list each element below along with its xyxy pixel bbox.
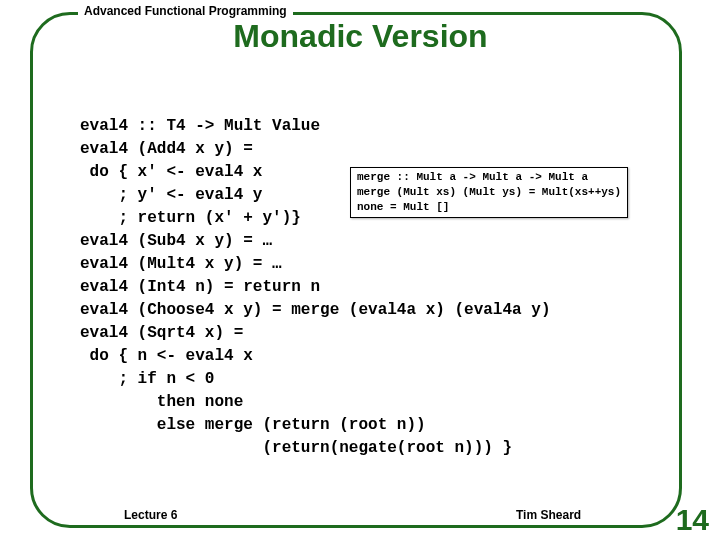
author-label: Tim Sheard [510,508,587,522]
slide-title: Monadic Version [0,18,721,55]
lecture-label: Lecture 6 [118,508,183,522]
page-number: 14 [676,503,709,537]
inset-definition: merge :: Mult a -> Mult a -> Mult a merg… [350,167,628,218]
course-header: Advanced Functional Programming [78,4,293,18]
